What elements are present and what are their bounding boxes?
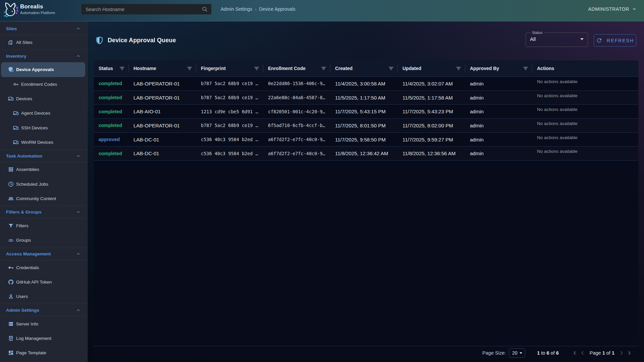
sidebar-section-header[interactable]: Filters & Groups bbox=[0, 206, 87, 219]
breadcrumb-device-approvals[interactable]: Device Approvals bbox=[259, 6, 296, 12]
cell-hostname: LAB-OPERATOR-01 bbox=[129, 91, 196, 105]
refresh-button[interactable]: REFRESH bbox=[594, 34, 636, 47]
sidebar-section-header[interactable]: Admin Settings bbox=[0, 304, 87, 316]
cell-hostname: LAB-OPERATOR-01 bbox=[129, 77, 196, 90]
column-header-enrollment-code[interactable]: Enrollment Code bbox=[263, 60, 330, 76]
sidebar-item-agent-devices[interactable]: Agent Devices bbox=[0, 106, 87, 120]
sidebar-section-header[interactable]: Inventory bbox=[0, 50, 87, 62]
column-filter-icon[interactable] bbox=[455, 65, 462, 72]
chevron-up-icon bbox=[76, 154, 80, 158]
sidebar-item-enrollment-codes[interactable]: Enrollment Codes bbox=[0, 77, 87, 92]
column-filter-icon[interactable] bbox=[186, 65, 193, 72]
devices-icon bbox=[13, 139, 19, 145]
sidebar-section-header[interactable]: Sites bbox=[0, 22, 87, 35]
chevron-up-icon bbox=[76, 26, 80, 31]
cell-fingerprint: c536 40c3 9584 b2ed … bbox=[196, 133, 263, 146]
cell-created: 11/7/2025, 9:58:50 PM bbox=[330, 133, 398, 146]
key-icon bbox=[13, 81, 19, 87]
sidebar-item-device-approvals[interactable]: Device Approvals bbox=[1, 62, 85, 77]
table-row[interactable]: completedLAB-DC-01c536 40c3 9584 b2ed …a… bbox=[94, 146, 638, 161]
table-row[interactable]: completedLAB-AIO-011213 cd9e cbe5 6d91 …… bbox=[94, 105, 638, 119]
sidebar-item-devices[interactable]: Devices bbox=[0, 92, 87, 106]
shield-icon bbox=[95, 36, 104, 45]
borealis-logo-icon bbox=[3, 1, 18, 17]
select-arrow-icon bbox=[580, 38, 584, 40]
sidebar-item-users[interactable]: Users bbox=[0, 289, 87, 304]
cell-updated: 11/7/2025, 8:02:00 PM bbox=[398, 119, 465, 132]
main-content: Device Approval Queue Status All REFRESH… bbox=[88, 21, 644, 362]
table-row[interactable]: completedLAB-OPERATOR-01b787 5ac2 68b9 c… bbox=[94, 119, 638, 133]
cell-actions: No actions available bbox=[532, 146, 638, 160]
last-page-button[interactable] bbox=[626, 349, 632, 357]
cell-created: 11/5/2025, 1:17:50 AM bbox=[330, 91, 398, 105]
cell-status: completed bbox=[94, 119, 129, 132]
sidebar-item-server-info[interactable]: Server Info bbox=[0, 316, 87, 331]
page-size-select[interactable]: 20 bbox=[509, 348, 525, 358]
sidebar-section: Filters & GroupsFiltersGroups bbox=[0, 206, 87, 248]
column-filter-icon[interactable] bbox=[522, 65, 529, 72]
sidebar-item-assemblies[interactable]: Assemblies bbox=[0, 162, 87, 177]
status-filter-label: Status bbox=[531, 31, 544, 35]
table-row[interactable]: completedLAB-OPERATOR-01b787 5ac2 68b9 c… bbox=[94, 91, 638, 105]
page-title: Device Approval Queue bbox=[108, 37, 176, 44]
cell-actions: No actions available bbox=[532, 119, 638, 132]
building-icon bbox=[8, 39, 14, 46]
column-filter-icon[interactable] bbox=[320, 65, 327, 72]
sidebar-item-credentials[interactable]: Credentials bbox=[0, 260, 87, 275]
sidebar-item-winrm-devices[interactable]: WinRM Devices bbox=[0, 135, 87, 149]
table-row[interactable]: completedLAB-OPERATOR-01b787 5ac2 68b9 c… bbox=[94, 77, 638, 91]
hostname-search[interactable] bbox=[82, 4, 211, 14]
sidebar-item-all-sites[interactable]: All Sites bbox=[0, 35, 87, 50]
column-header-actions[interactable]: Actions bbox=[532, 60, 638, 76]
sidebar-item-page-template[interactable]: Page Template bbox=[0, 346, 87, 360]
account-menu[interactable]: ADMINISTRATOR bbox=[588, 0, 637, 18]
cell-enrollment-code: cf820501-001c-4c20-9… bbox=[263, 105, 330, 118]
status-filter-select[interactable]: Status All bbox=[526, 31, 588, 47]
cell-enrollment-code: a6f7d2f2-e7fc-40c0-9… bbox=[263, 133, 330, 146]
column-filter-icon[interactable] bbox=[253, 65, 260, 72]
search-input[interactable] bbox=[86, 7, 202, 12]
next-page-button[interactable] bbox=[619, 349, 625, 357]
server-icon bbox=[8, 321, 14, 327]
cell-actions: No actions available bbox=[532, 77, 638, 90]
cell-status: completed bbox=[94, 77, 129, 90]
sidebar-item-groups[interactable]: Groups bbox=[0, 233, 87, 247]
sidebar-item-ssh-devices[interactable]: SSH Devices bbox=[0, 120, 87, 135]
sidebar-section: Access ManagementCredentialsGitHub API T… bbox=[0, 248, 87, 304]
page-size-value: 20 bbox=[512, 350, 518, 356]
column-header-fingerprint[interactable]: Fingerprint bbox=[196, 60, 263, 76]
sidebar-section-header[interactable]: Access Management bbox=[0, 248, 87, 260]
chevron-up-icon bbox=[76, 210, 80, 214]
column-header-approved-by[interactable]: Approved By bbox=[465, 60, 532, 76]
page-size-arrow-icon bbox=[520, 352, 522, 354]
cell-updated: 11/8/2025, 12:36:56 AM bbox=[398, 146, 465, 160]
cell-approved-by: admin bbox=[465, 133, 532, 146]
column-header-created[interactable]: Created bbox=[330, 60, 398, 76]
chevron-up-icon bbox=[76, 308, 80, 312]
sidebar-item-filters[interactable]: Filters bbox=[0, 219, 87, 233]
cell-approved-by: admin bbox=[465, 105, 532, 118]
cell-fingerprint: b787 5ac2 68b9 ce19 … bbox=[196, 77, 263, 90]
table-row[interactable]: approvedLAB-DC-01c536 40c3 9584 b2ed …a6… bbox=[94, 133, 638, 147]
sidebar-item-community-content[interactable]: Community Content bbox=[0, 191, 87, 206]
breadcrumb-admin-settings[interactable]: Admin Settings bbox=[221, 6, 252, 12]
column-header-updated[interactable]: Updated bbox=[398, 60, 465, 76]
sidebar-item-scheduled-jobs[interactable]: Scheduled Jobs bbox=[0, 177, 87, 191]
sidebar-section-header[interactable]: Task Automation bbox=[0, 149, 87, 162]
column-filter-icon[interactable] bbox=[388, 65, 394, 72]
column-header-status[interactable]: Status bbox=[94, 60, 129, 76]
first-page-button[interactable] bbox=[572, 349, 578, 357]
column-filter-icon[interactable] bbox=[119, 65, 125, 72]
sidebar-section: Admin SettingsServer InfoLog ManagementP… bbox=[0, 304, 87, 360]
sidebar-item-github-api-token[interactable]: GitHub API Token bbox=[0, 275, 87, 289]
account-label: ADMINISTRATOR bbox=[588, 6, 629, 12]
shield-badge-icon bbox=[8, 66, 14, 73]
column-header-hostname[interactable]: Hostname bbox=[129, 60, 196, 76]
funnel-icon bbox=[8, 223, 14, 229]
cell-fingerprint: c536 40c3 9584 b2ed … bbox=[196, 146, 263, 160]
cell-approved-by: admin bbox=[465, 146, 532, 160]
prev-page-button[interactable] bbox=[580, 349, 586, 357]
refresh-icon bbox=[596, 37, 602, 44]
cell-fingerprint: b787 5ac2 68b9 ce19 … bbox=[196, 91, 263, 105]
sidebar-item-log-management[interactable]: Log Management bbox=[0, 331, 87, 346]
